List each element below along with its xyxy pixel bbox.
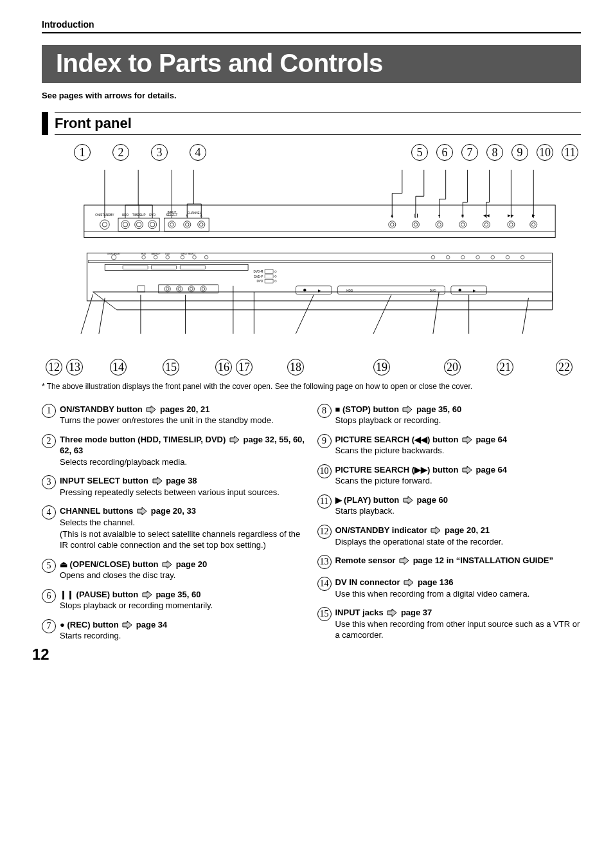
svg-point-88 — [446, 255, 450, 259]
callout-7: 7 — [461, 144, 478, 161]
svg-point-122 — [202, 287, 205, 291]
callout-8: 8 — [486, 144, 503, 161]
parts-item-3: 3INPUT SELECT button page 38Pressing rep… — [42, 475, 306, 498]
item-body: ❙❙ (PAUSE) button page 35, 60Stops playb… — [60, 589, 306, 611]
item-body: ⏏ (OPEN/CLOSE) button page 20Opens and c… — [60, 559, 306, 581]
page-ref-arrow-icon — [403, 496, 413, 505]
svg-text:DVD: DVD — [430, 289, 436, 293]
item-body: ■ (STOP) button page 35, 60Stops playbac… — [335, 404, 582, 426]
svg-text:DVD: DVD — [165, 253, 170, 255]
callout-12: 12 — [46, 359, 62, 375]
svg-point-124 — [303, 289, 306, 291]
callout-10: 10 — [537, 144, 553, 161]
svg-point-52 — [184, 221, 191, 228]
svg-point-84 — [181, 255, 184, 259]
svg-rect-102 — [180, 266, 205, 269]
svg-point-48 — [150, 222, 155, 227]
svg-point-119 — [188, 286, 194, 292]
svg-rect-42 — [118, 218, 159, 231]
svg-point-72 — [484, 223, 488, 227]
svg-point-90 — [476, 255, 480, 259]
svg-point-65 — [412, 221, 419, 228]
svg-point-82 — [154, 255, 157, 259]
parts-item-1: 1ON/STANDBY button pages 20, 21Turns the… — [42, 404, 306, 426]
svg-point-45 — [135, 221, 143, 229]
svg-point-55 — [200, 223, 204, 227]
svg-point-89 — [461, 255, 465, 259]
svg-point-118 — [178, 287, 181, 291]
parts-item-12: 12ON/STANDBY indicator page 20, 21Displa… — [317, 525, 582, 547]
parts-item-5: 5⏏ (OPEN/CLOSE) button page 20Opens and … — [42, 559, 306, 581]
item-body: INPUT SELECT button page 38Pressing repe… — [60, 475, 306, 498]
svg-point-71 — [483, 221, 490, 228]
svg-point-69 — [459, 221, 466, 228]
svg-text:◀◀: ◀◀ — [483, 213, 490, 217]
svg-point-91 — [491, 255, 495, 259]
svg-point-83 — [166, 255, 170, 259]
svg-text:❙❙: ❙❙ — [413, 213, 419, 218]
svg-point-120 — [190, 287, 193, 291]
svg-point-47 — [148, 221, 157, 229]
callout-6: 6 — [436, 144, 453, 161]
item-marker: 3 — [42, 475, 60, 498]
svg-text:TIMESLIP: TIMESLIP — [151, 253, 161, 255]
svg-text:▶: ▶ — [532, 213, 535, 217]
parts-item-13: 13Remote sensor page 12 in “INSTALLATION… — [317, 555, 582, 569]
svg-point-87 — [431, 255, 435, 259]
col-right: 8■ (STOP) button page 35, 60Stops playba… — [317, 404, 582, 649]
svg-point-41 — [102, 222, 107, 227]
page-ref-arrow-icon — [142, 590, 152, 599]
svg-point-130 — [459, 289, 461, 291]
svg-text:▶▶: ▶▶ — [508, 213, 514, 217]
svg-point-116 — [166, 287, 169, 291]
item-marker: 14 — [317, 577, 335, 599]
svg-point-121 — [200, 286, 206, 292]
svg-rect-126 — [337, 286, 445, 294]
item-marker: 2 — [42, 434, 60, 468]
intro-line: See pages with arrows for details. — [42, 91, 581, 100]
section-label: Introduction — [42, 19, 581, 33]
item-body: DV IN connector page 136Use this when re… — [335, 577, 582, 599]
svg-rect-104 — [265, 270, 273, 274]
svg-point-68 — [438, 223, 441, 227]
svg-text:HDD: HDD — [122, 213, 129, 217]
page-ref-arrow-icon — [152, 476, 163, 485]
item-marker: 4 — [42, 505, 60, 550]
page-ref-arrow-icon — [431, 526, 441, 535]
parts-item-6: 6❙❙ (PAUSE) button page 35, 60Stops play… — [42, 589, 306, 611]
svg-text:DVD: DVD — [149, 213, 155, 217]
svg-text:CHANNEL: CHANNEL — [187, 212, 201, 215]
callout-9: 9 — [511, 144, 528, 161]
callout-row-top: 1 2 3 4 5 6 7 8 9 10 11 — [42, 144, 581, 161]
svg-text:ON/STANDBY: ON/STANDBY — [107, 253, 121, 255]
page-ref-arrow-icon — [137, 507, 147, 516]
svg-point-46 — [136, 222, 141, 227]
item-body: ● (REC) button page 34Starts recording. — [60, 619, 306, 642]
item-body: PICTURE SEARCH (◀◀) button page 64Scans … — [335, 434, 582, 457]
svg-rect-78 — [87, 253, 552, 301]
item-marker: 7 — [42, 619, 60, 642]
schematic-top: ON/STANDBY HDD TIMESLIP DVD INPUT SELECT… — [61, 170, 578, 240]
item-marker: 12 — [317, 525, 335, 547]
item-columns: 1ON/STANDBY button pages 20, 21Turns the… — [42, 404, 581, 649]
svg-point-81 — [142, 255, 146, 259]
item-marker: 11 — [317, 494, 335, 517]
svg-rect-100 — [123, 266, 148, 269]
parts-item-4: 4CHANNEL buttons page 20, 33Selects the … — [42, 505, 306, 550]
svg-text:∨: ∨ — [186, 213, 188, 217]
svg-point-92 — [506, 255, 510, 259]
item-body: ON/STANDBY indicator page 20, 21Displays… — [335, 525, 582, 547]
section-bar — [42, 112, 48, 135]
page-ref-arrow-icon — [462, 435, 472, 444]
svg-point-43 — [121, 221, 130, 229]
svg-rect-129 — [451, 286, 487, 294]
callout-17: 17 — [236, 359, 253, 375]
page-ref-arrow-icon — [399, 556, 409, 565]
parts-item-14: 14DV IN connector page 136Use this when … — [317, 577, 582, 599]
parts-item-9: 9PICTURE SEARCH (◀◀) button page 64Scans… — [317, 434, 582, 457]
item-marker: 10 — [317, 464, 335, 487]
item-body: CHANNEL buttons page 20, 33Selects the c… — [60, 505, 306, 550]
page-ref-arrow-icon — [402, 405, 413, 414]
svg-point-44 — [123, 222, 127, 227]
page-ref-arrow-icon — [404, 578, 414, 587]
